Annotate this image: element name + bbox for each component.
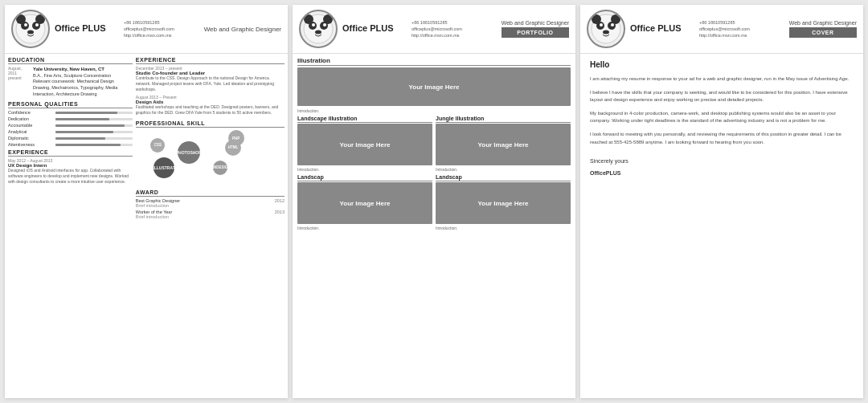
illustration-image: Your Image Here [297,67,571,106]
cover-badge: COVER [789,27,857,38]
exp-desc: Facilitated workshops and teaching at th… [136,104,285,116]
professional-skill-section: PROFESSIONAL SKILL PHPCSSPHOTOSHOPHTMLIL… [136,120,285,187]
skill-item: Dedication [8,116,133,121]
portfolio-header: Office PLUS +86 18610591285 officeplus@m… [293,5,575,54]
header-role: Web and Graphic Designer [204,26,281,33]
cover-para-1: I am attaching my resume in response to … [590,75,854,83]
skill-bar-bg [55,112,133,114]
experience-right-section: EXPERIENCE December 2013 – present Studi… [136,57,285,118]
landscap2-image: Your Image Here [436,182,571,224]
portfolio-avatar [299,10,338,48]
skill-item: Analytical [8,129,133,134]
landscap1-image: Your Image Here [297,182,432,224]
page-container: Office PLUS +86 18610591285 officeplus@m… [0,0,868,403]
skill-item: Attentiveness [8,142,133,147]
edu-entry: August, 2011 present Yale University, Ne… [8,66,133,97]
portfolio-panel: Office PLUS +86 18610591285 officeplus@m… [293,5,575,398]
exp-entry: August 2013 – Present Design Aids Facili… [136,95,285,116]
header-name-block: Office PLUS [55,23,119,34]
edu-date: August, 2011 present [8,66,31,97]
cover-closing: Sincerely yours [590,158,854,164]
cover-header: Office PLUS +86 18610591285 officeplus@m… [580,5,863,54]
header-website: http://office.msn.com.ms [124,32,199,39]
resume-left-col: EDUCATION August, 2011 present Yale Univ… [8,57,133,395]
skill-bar-bg [55,137,133,140]
svg-point-22 [611,23,614,26]
portfolio-badge: PORTFOLIO [502,27,569,38]
svg-point-14 [323,23,326,26]
cover-avatar [587,10,625,48]
landscap2-group: Landscap Your Image Here Introduction. [436,174,571,230]
award-info: Best Graphic Designer Brief introduction [136,198,180,208]
cover-signature: OfficePLUS [590,170,854,176]
skill-bar-fill [55,118,109,120]
header-contact: +86 18610591285 officeplus@microsoft.com… [124,19,199,39]
header-email: officeplus@microsoft.com [124,26,199,32]
skill-item: Accountable [8,123,133,128]
resume-right-col: EXPERIENCE December 2013 – present Studi… [136,57,285,395]
svg-point-13 [312,23,315,26]
landscape-group: Landscape illustration Your Image Here I… [297,116,432,172]
edu-info: Yale University, New Haven, CT B.A., Fin… [33,66,133,97]
illustration-title: Illustration [297,57,571,66]
skill-bar-fill [55,137,105,140]
experience-right-title: EXPERIENCE [136,57,285,64]
award-entries: Best Graphic Designer Brief introduction… [136,198,285,219]
education-title: EDUCATION [8,57,133,64]
personal-qualities-section: PERSONAL QUALITIES Confidence Dedication… [8,101,133,147]
award-desc: Brief introduction [136,203,180,208]
landscape-image: Your Image Here [297,124,432,165]
svg-point-15 [315,31,321,35]
cover-role-block: Web and Graphic Designer COVER [789,20,857,38]
landscape-title: Landscape illustration [297,116,432,123]
experience-left-title: EXPERIENCE [8,149,133,157]
experience-left-section: EXPERIENCE May 2012 – August 2013 UX Des… [8,149,133,187]
skill-bubble: INDESIG [213,161,227,175]
cover-contact: +86 18610591285 officeplus@microsoft.com… [699,19,784,39]
illustration-section: Illustration Your Image Here Introductio… [297,57,571,113]
portfolio-body: Illustration Your Image Here Introductio… [293,54,575,398]
bubble-chart: PHPCSSPHOTOSHOPHTMLILLUSTRATINDESIG [136,129,285,185]
portfolio-role: Web and Graphic Designer [502,20,569,26]
exp-entry: December 2013 – present Studio Co-founde… [136,66,285,92]
landscap-row: Landscap Your Image Here Introduction. L… [297,174,571,230]
skills-list: Confidence Dedication Accountable Analyt… [8,110,133,147]
resume-panel: Office PLUS +86 18610591285 officeplus@m… [5,5,288,398]
skill-bar-bg [55,131,133,133]
exp-right-entries: December 2013 – present Studio Co-founde… [136,66,285,116]
skill-bubble: ILLUSTRAT [154,157,174,178]
cover-greeting: Hello [590,60,854,69]
landscap2-title: Landscap [436,174,571,181]
exp-desc: Contribute to the CSS. Design Approach t… [136,75,285,92]
exp-left-entry: May 2012 – August 2013 UX Design Intern … [8,158,133,185]
header-name: Office PLUS [55,23,119,34]
skill-label: Analytical [8,129,52,134]
skill-label: Accountable [8,123,52,128]
landscape-jungle-row: Landscape illustration Your Image Here I… [297,116,571,172]
cover-para-2: I believe I have the skills that your co… [590,89,854,104]
portfolio-role-block: Web and Graphic Designer PORTFOLIO [502,20,569,38]
cover-para-4: I look forward to meeting with you perso… [590,131,854,146]
skill-bar-fill [55,112,117,114]
education-section: EDUCATION August, 2011 present Yale Univ… [8,57,133,99]
svg-point-21 [600,23,603,26]
portfolio-contact: +86 18610591285 officeplus@microsoft.com… [411,19,497,39]
award-year: 2013 [275,210,285,219]
jungle-title: Jungle illustration [436,116,571,123]
award-info: Worker of the Year Brief introduction [136,210,172,219]
skill-label: Dedication [8,116,52,121]
svg-point-6 [35,23,39,26]
professional-skill-title: PROFESSIONAL SKILL [136,120,285,128]
cover-role: Web and Graphic Designer [789,20,857,26]
skill-bar-fill [55,144,121,146]
skill-label: Confidence [8,110,52,115]
skill-bar-bg [55,144,133,146]
skill-label: Diplomatic [8,136,52,140]
header-phone: +86 18610591285 [124,19,199,26]
svg-point-5 [24,23,27,26]
jungle-group: Jungle illustration Your Image Here Intr… [436,116,571,172]
cover-panel: Office PLUS +86 18610591285 officeplus@m… [580,5,863,398]
personal-qualities-title: PERSONAL QUALITIES [8,101,133,108]
cover-para-3: My background in 4-color production, cam… [590,110,854,125]
portfolio-name-block: Office PLUS [342,23,407,34]
